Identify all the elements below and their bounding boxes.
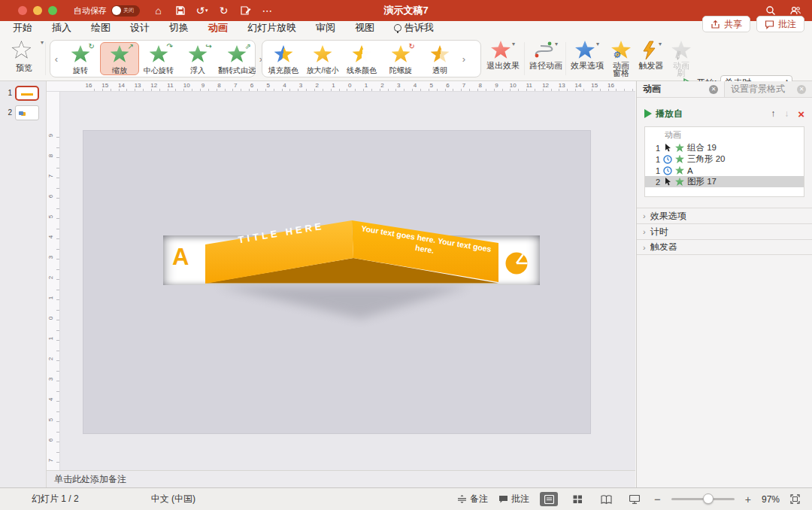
emphasis-animation-item[interactable]: ▫ 放大/缩小 xyxy=(303,42,342,75)
search-icon[interactable] xyxy=(764,5,777,17)
animation-list-item[interactable]: 1 三角形 20 xyxy=(645,153,804,165)
ruler-number: 1 xyxy=(332,82,335,89)
ribbon-tab-label: 插入 xyxy=(52,21,71,35)
normal-view-button[interactable] xyxy=(540,492,558,506)
emphasis-animation-item[interactable]: 透明 xyxy=(420,42,459,75)
tab-animation-label: 动画 xyxy=(643,83,661,96)
ruler-number: 12 xyxy=(150,82,157,89)
zoom-window-button[interactable] xyxy=(48,6,57,15)
entrance-animation-item[interactable]: ↪ 浮入 xyxy=(178,42,217,75)
ribbon-tab[interactable]: 告诉我 xyxy=(393,20,435,37)
save-as-icon[interactable] xyxy=(239,5,252,17)
close-pane-icon[interactable]: ✕ xyxy=(797,85,806,94)
notes-toggle-button[interactable]: 备注 xyxy=(457,493,488,505)
collapsible-section[interactable]: › 效果选项 xyxy=(637,208,812,223)
star-icon xyxy=(111,45,129,63)
slide-number: 1 xyxy=(6,89,12,97)
ribbon-tab[interactable]: 动画 xyxy=(208,20,229,37)
delete-animation-button[interactable]: × xyxy=(798,108,804,120)
home-icon[interactable]: ⌂ xyxy=(152,5,165,17)
slide-thumbnail[interactable] xyxy=(15,86,39,101)
notes-icon xyxy=(457,495,467,503)
ribbon-tab[interactable]: 切换 xyxy=(168,20,189,37)
ribbon-tab[interactable]: 视图 xyxy=(354,20,375,37)
exit-star-icon xyxy=(491,41,511,59)
autosave-label: 自动保存 xyxy=(74,5,107,17)
emphasis-animation-item[interactable]: 线条颜色 xyxy=(342,42,381,75)
banner-shadow xyxy=(217,286,470,319)
zoom-slider[interactable] xyxy=(671,498,735,500)
slide-number: 2 xyxy=(6,108,12,117)
trigger-button[interactable]: ▾ 触发器 xyxy=(636,41,666,70)
more-commands-icon[interactable]: ⋯ xyxy=(261,5,274,17)
motion-path-button[interactable]: ▾ 路径动画 xyxy=(528,41,564,70)
notes-area[interactable]: 单击此处添加备注 xyxy=(47,470,635,487)
minimize-window-button[interactable] xyxy=(33,6,42,15)
zoom-in-button[interactable]: + xyxy=(745,493,751,505)
animation-list-item[interactable]: 1 组合 19 xyxy=(645,142,804,153)
move-up-button[interactable]: ↑ xyxy=(771,108,775,119)
ribbon-tab[interactable]: 设计 xyxy=(129,20,150,37)
effect-options-button[interactable]: ▾ 效果选项 xyxy=(568,41,606,70)
collapsible-section[interactable]: › 计时 xyxy=(637,223,812,239)
exit-effects-button[interactable]: ▾ 退出效果 xyxy=(485,41,521,70)
tab-animation[interactable]: 动画 ✕ xyxy=(637,81,724,97)
ribbon-tab-label: 开始 xyxy=(13,21,32,35)
animation-list-item[interactable]: 1 A xyxy=(645,165,804,176)
emphasis-animation-item[interactable]: ↻ 陀螺旋 xyxy=(381,42,420,75)
autosave-toggle[interactable]: 关闭 xyxy=(111,5,140,17)
slide-editing-area[interactable]: A TITLE HERE Your text goes here. Your t… xyxy=(60,92,635,470)
effect-motion-icon: ⇗ xyxy=(245,42,251,50)
emphasis-animation-item[interactable]: 填充颜色 xyxy=(264,42,303,75)
redo-icon[interactable]: ↻ xyxy=(217,5,230,17)
banner-letter[interactable]: A xyxy=(172,244,189,271)
animation-list-item[interactable]: 2 图形 17 xyxy=(645,176,804,187)
gallery-scroll-left-icon[interactable]: ‹ xyxy=(52,53,61,65)
zoom-out-button[interactable]: − xyxy=(654,493,661,505)
ribbon-tab[interactable]: 审阅 xyxy=(315,20,336,37)
animation-pane-button[interactable]: ⚙ 动画窗格 xyxy=(607,41,635,77)
slide-thumbnail-row[interactable]: 1 xyxy=(0,81,46,101)
slide-sorter-view-button[interactable] xyxy=(568,492,586,506)
ribbon-tab[interactable]: 幻灯片放映 xyxy=(247,20,297,37)
save-icon[interactable] xyxy=(174,5,186,17)
reading-view-button[interactable] xyxy=(597,492,615,506)
account-icon[interactable] xyxy=(789,5,801,17)
notes-toggle-label: 备注 xyxy=(470,493,488,505)
zoom-level[interactable]: 97% xyxy=(762,494,780,505)
zoom-slider-thumb[interactable] xyxy=(703,493,714,504)
slide-thumbnail[interactable] xyxy=(15,105,39,120)
language-indicator[interactable]: 中文 (中国) xyxy=(151,493,195,505)
slide-canvas[interactable]: A TITLE HERE Your text goes here. Your t… xyxy=(83,130,591,434)
play-from-button[interactable]: 播放自 xyxy=(644,108,683,120)
pane-sections: › 效果选项 › 计时 › 触发器 xyxy=(637,208,812,255)
ribbon-tab-bar: 开始 插入 绘图 设计 切换 xyxy=(0,21,812,36)
comments-toggle-button[interactable]: 批注 xyxy=(498,493,529,505)
fit-slide-icon[interactable] xyxy=(790,494,800,504)
slideshow-view-button[interactable] xyxy=(626,492,644,506)
move-down-button: ↓ xyxy=(784,108,789,119)
undo-icon[interactable]: ↺▾ xyxy=(195,5,208,17)
close-pane-icon[interactable]: ✕ xyxy=(709,85,718,94)
banner-artwork[interactable] xyxy=(83,131,592,435)
entrance-animation-item[interactable]: ↗ 缩放 xyxy=(100,42,139,75)
gallery-scroll-right-icon[interactable]: › xyxy=(459,53,468,65)
comments-button[interactable]: 批注 xyxy=(756,16,804,32)
tab-format-background[interactable]: 设置背景格式 ✕ xyxy=(724,81,812,97)
collapsible-section[interactable]: › 触发器 xyxy=(637,239,812,255)
effect-motion-icon: ↷ xyxy=(167,42,173,50)
entrance-animation-item[interactable]: ↷ 中心旋转 xyxy=(139,42,178,75)
slide-thumbnail-row[interactable]: 2 xyxy=(0,101,46,120)
preview-button[interactable]: ▾ 预览 xyxy=(5,39,44,78)
ribbon-tab[interactable]: 绘图 xyxy=(90,20,111,37)
ribbon-tab[interactable]: 插入 xyxy=(51,20,72,37)
ruler-number: 2 xyxy=(316,82,319,89)
entrance-animation-item[interactable]: ⇗ 翻转式由远... xyxy=(217,42,256,75)
share-button[interactable]: 共享 xyxy=(702,16,750,32)
animation-list: 动画 1 组合 19 1 xyxy=(644,126,804,197)
pie-chart-icon[interactable] xyxy=(506,253,528,275)
entrance-animation-item[interactable]: ↻ 旋转 xyxy=(61,42,100,75)
close-window-button[interactable] xyxy=(18,6,27,15)
ribbon-tab[interactable]: 开始 xyxy=(12,20,33,37)
animation-name: 翻转式由远... xyxy=(218,65,256,76)
